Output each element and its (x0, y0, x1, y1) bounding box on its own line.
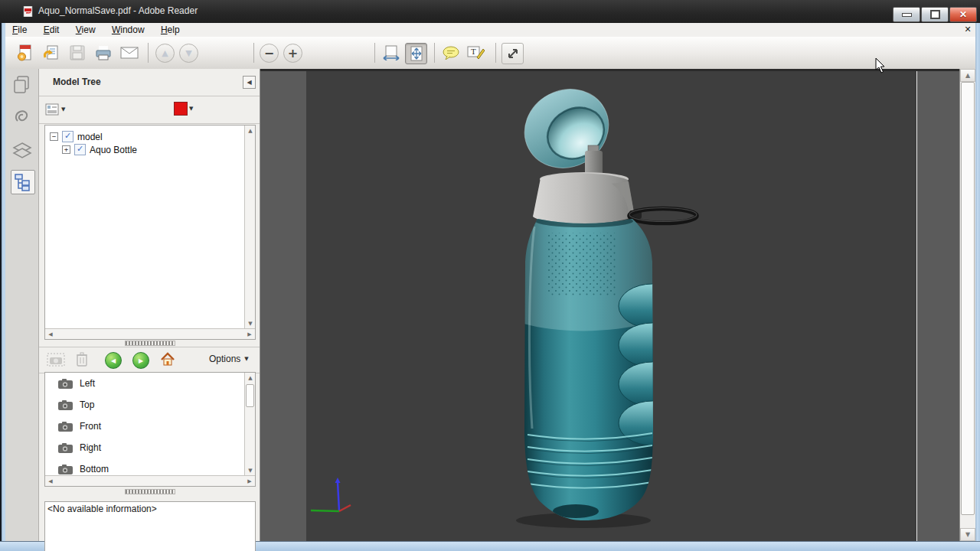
node-visibility-checkbox[interactable]: ✓ (62, 131, 74, 142)
panel-title: Model Tree (53, 77, 101, 87)
view-label: Top (80, 399, 94, 410)
tree-horizontal-scrollbar[interactable]: ◀ ▶ (45, 328, 255, 339)
minimize-icon (902, 13, 912, 17)
export-button[interactable] (41, 43, 61, 63)
canvas-top-shadow (260, 69, 959, 71)
zoom-in-icon: + (288, 47, 298, 60)
window-title: Aquo_NormalSave.pdf - Adobe Reader (38, 5, 198, 16)
restore-button[interactable] (921, 7, 949, 22)
title-bar: Aquo_NormalSave.pdf - Adobe Reader ✕ (0, 0, 980, 24)
zoom-in-button[interactable]: + (283, 44, 302, 63)
previous-view-icon: ◀ (111, 357, 116, 364)
email-button[interactable] (119, 43, 139, 63)
menu-help[interactable]: Help (154, 23, 187, 36)
close-toolbar-icon[interactable]: ✕ (962, 24, 974, 35)
scrollbar-thumb[interactable] (961, 82, 975, 515)
close-icon: ✕ (959, 9, 967, 20)
splitter-grip-icon (125, 341, 175, 346)
camera-icon (58, 379, 73, 389)
previous-view-button[interactable]: ◀ (105, 352, 122, 369)
collapse-panel-button[interactable]: ◀ (243, 76, 256, 89)
attachments-button[interactable] (11, 106, 34, 129)
bottle-3d-model[interactable] (306, 69, 916, 541)
comment-tool-button[interactable] (440, 43, 461, 63)
view-item-left[interactable]: Left (45, 373, 255, 394)
save-button[interactable] (67, 43, 87, 63)
menu-file[interactable]: File (5, 23, 34, 36)
model-tree-toolbar: ▼ ▼ (39, 96, 260, 124)
previous-page-button[interactable]: ▲ (155, 44, 175, 63)
open-icon (17, 44, 34, 61)
expand-node-icon[interactable]: + (62, 145, 70, 154)
views-options-button[interactable]: Options ▼ (209, 354, 249, 364)
adobe-reader-window: Aquo_NormalSave.pdf - Adobe Reader ✕ Fil… (0, 0, 980, 551)
fit-width-button[interactable] (381, 43, 401, 63)
tree-node-model[interactable]: − ✓ model (50, 130, 255, 143)
document-vertical-scrollbar[interactable]: ▲ ▼ (959, 69, 975, 541)
scroll-up-icon[interactable]: ▲ (960, 69, 975, 82)
camera-icon (58, 443, 73, 453)
layers-button[interactable] (11, 139, 34, 162)
views-vertical-scrollbar[interactable]: ▲ ▼ (244, 373, 255, 476)
scroll-right-icon[interactable]: ▶ (244, 329, 255, 340)
scroll-left-icon[interactable]: ◀ (45, 329, 56, 340)
views-horizontal-scrollbar[interactable]: ◀ ▶ (45, 475, 255, 486)
close-button[interactable]: ✕ (949, 7, 977, 22)
toolbar-separator (148, 43, 149, 63)
camera-icon (58, 400, 73, 410)
export-icon (43, 44, 60, 61)
scroll-down-icon[interactable]: ▼ (960, 528, 975, 541)
scrollbar-thumb[interactable] (246, 384, 254, 407)
next-page-button[interactable]: ▼ (179, 44, 198, 63)
fullscreen-button[interactable] (501, 43, 524, 64)
capture-view-button[interactable] (47, 353, 65, 370)
menu-window[interactable]: Window (105, 23, 152, 36)
tree-vertical-scrollbar[interactable]: ▲ ▼ (244, 126, 255, 329)
camera-capture-icon (47, 353, 65, 367)
model-tree-button[interactable] (11, 170, 35, 194)
no-information-text: <No available information> (47, 504, 157, 514)
scroll-left-icon[interactable]: ◀ (45, 476, 56, 487)
menu-edit[interactable]: Edit (37, 23, 67, 36)
next-view-button[interactable]: ▶ (132, 352, 149, 369)
collapse-node-icon[interactable]: − (50, 132, 58, 141)
fit-page-icon (409, 45, 424, 62)
chevron-down-icon[interactable]: ▼ (189, 106, 193, 112)
tree-node-aquo-bottle[interactable]: + ✓ Aquo Bottle (62, 143, 255, 156)
model-tree-panel: Model Tree ◀ ▼ ▼ − ✓ model (39, 69, 260, 541)
menu-view[interactable]: View (69, 23, 103, 36)
toolbar-separator (434, 43, 435, 63)
model-color-swatch[interactable] (174, 102, 188, 116)
view-item-front[interactable]: Front (45, 416, 255, 437)
node-visibility-checkbox[interactable]: ✓ (74, 144, 86, 155)
pdf-page[interactable] (306, 69, 917, 541)
zoom-out-button[interactable]: − (260, 44, 279, 63)
print-button[interactable] (93, 43, 113, 63)
fit-page-button[interactable] (405, 43, 427, 64)
open-button[interactable] (15, 43, 35, 63)
page-thumbnails-icon (14, 76, 31, 94)
layers-icon (12, 142, 32, 159)
tree-options-button[interactable]: ▼ (45, 102, 68, 117)
panel-splitter[interactable] (44, 340, 256, 347)
paperclip-icon (13, 107, 31, 127)
default-view-button[interactable] (160, 352, 175, 370)
view-item-top[interactable]: Top (45, 394, 255, 416)
panel-splitter[interactable] (44, 488, 256, 495)
scroll-right-icon[interactable]: ▶ (244, 476, 255, 487)
view-label: Bottom (80, 464, 109, 474)
toolbar-separator (374, 43, 375, 63)
view-item-right[interactable]: Right (45, 437, 255, 458)
scroll-up-icon[interactable]: ▲ (245, 126, 256, 136)
chevron-left-icon: ◀ (247, 79, 251, 86)
page-thumbnails-button[interactable] (11, 73, 34, 96)
delete-view-button[interactable] (76, 352, 88, 370)
text-annotation-button[interactable]: T (465, 43, 485, 63)
camera-icon (58, 465, 73, 474)
scroll-up-icon[interactable]: ▲ (245, 373, 256, 383)
scroll-down-icon[interactable]: ▼ (245, 318, 256, 329)
minimize-button[interactable] (893, 7, 920, 22)
scroll-down-icon[interactable]: ▼ (245, 465, 256, 476)
fit-width-icon (383, 45, 400, 60)
text-annotation-icon: T (466, 45, 485, 60)
